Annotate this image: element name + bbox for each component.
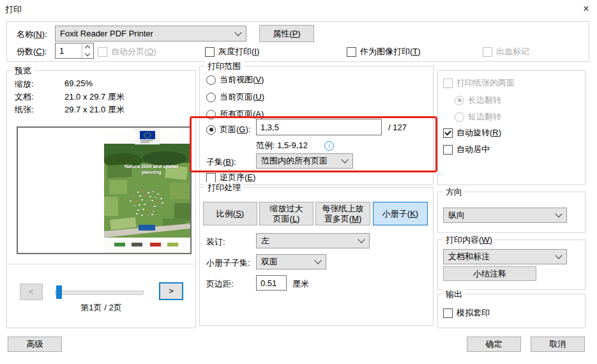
orientation-group: 方向 纵向 (437, 192, 586, 233)
checkbox-icon (443, 128, 453, 138)
binding-label: 装订: (206, 236, 225, 248)
short-edge-radio[interactable]: 短边翻转 (455, 111, 501, 123)
print-content-select[interactable]: 文档和标注 (443, 249, 567, 264)
chevron-down-icon (358, 236, 365, 243)
checkbox-icon (205, 47, 215, 57)
ok-button[interactable]: 确定 (467, 337, 521, 352)
radio-icon (455, 96, 464, 105)
scale-mode-button[interactable]: 比例(S) (203, 202, 257, 225)
subset-select[interactable]: 范围内的所有页面 (256, 153, 353, 169)
orientation-group-label: 方向 (443, 186, 465, 198)
paper-row: 纸张: (15, 104, 34, 116)
chevron-down-icon (234, 29, 241, 36)
checkbox-icon (443, 79, 453, 88)
page-slider-track[interactable] (55, 291, 144, 295)
pages-example-row: 范例: 1,5-9,12 i (256, 140, 334, 151)
booklet-subset-label: 小册子子集: (206, 257, 250, 269)
collate-checkbox[interactable]: 自动分页(O) (98, 46, 156, 57)
properties-button[interactable]: 属性(P) (259, 25, 314, 42)
chevron-down-icon (314, 257, 321, 264)
printer-name-select[interactable]: Foxit Reader PDF Printer (55, 26, 246, 42)
multiple-pages-button[interactable]: 每张纸上放 置多页(M) (315, 202, 370, 225)
preview-group-label: 预览 (12, 65, 34, 77)
simulate-overprint-checkbox[interactable]: 模拟套印 (443, 307, 490, 319)
print-handling-group: 打印处理 比例(S) 缩放过大 页面(L) 每张纸上放 置多页(M) 小册子(K… (199, 187, 434, 326)
chevron-down-icon (341, 156, 348, 163)
binding-label-row: 装订: (206, 236, 225, 248)
document-label: 文档: (15, 91, 34, 103)
margin-unit: 厘米 (292, 278, 309, 290)
summarize-comments-button[interactable]: 小结注释 (443, 266, 536, 281)
preview-page: Natura 2000 and spatial planning (17, 126, 192, 254)
pages-total: / 127 (388, 123, 407, 132)
auto-rotate-checkbox[interactable]: 自动旋转(R) (443, 127, 501, 139)
stepper-down-icon[interactable] (82, 51, 93, 59)
print-dialog: { "window": { "title": "打印", "close_icon… (0, 0, 597, 364)
next-page-button[interactable]: > (159, 282, 183, 300)
page-slider-handle[interactable] (56, 285, 62, 299)
info-icon[interactable]: i (324, 141, 334, 151)
output-group: 输出 模拟套印 (437, 294, 586, 328)
output-group-label: 输出 (443, 289, 465, 300)
checkbox-icon (443, 308, 453, 318)
pages-example-text: 范例: 1,5-9,12 (256, 140, 308, 151)
print-handling-group-label: 打印处理 (205, 182, 243, 193)
duplex-group: 打印纸张的两面 长边翻转 短边翻转 自动旋转(R) 自动居中 (437, 70, 586, 185)
print-content-group: 打印内容(W) 文档和标注 小结注释 (437, 239, 586, 290)
radio-icon (206, 75, 216, 85)
cover-title-text: Natura 2000 and spatial planning (122, 163, 181, 175)
checkbox-icon (443, 145, 453, 155)
paper-label: 纸张: (15, 104, 34, 116)
long-edge-radio[interactable]: 长边翻转 (455, 95, 501, 106)
previous-page-button[interactable]: < (20, 284, 43, 300)
shrink-oversized-button[interactable]: 缩放过大 页面(L) (259, 202, 314, 225)
document-value: 21.0 x 29.7 厘米 (64, 91, 125, 103)
copies-value: 1 (56, 43, 82, 58)
chevron-down-icon (555, 252, 562, 259)
print-content-group-label: 打印内容(W) (443, 234, 495, 246)
bleed-marks-checkbox[interactable]: 出血标记 (483, 46, 529, 57)
zoom-row: 缩放: (15, 79, 34, 90)
orientation-select[interactable]: 纵向 (443, 208, 567, 223)
zoom-label: 缩放: (15, 79, 34, 90)
radio-icon (206, 125, 216, 135)
advanced-button[interactable]: 高级 (8, 337, 62, 352)
radio-current-page[interactable]: 当前页面(U) (206, 91, 264, 103)
both-sides-checkbox[interactable]: 打印纸张的两面 (443, 77, 515, 89)
radio-icon (206, 110, 216, 119)
margin-label: 页边距: (206, 278, 234, 290)
radio-current-view[interactable]: 当前视图(V) (206, 74, 264, 86)
chevron-down-icon (555, 210, 562, 217)
zoom-value: 69.25% (64, 79, 93, 88)
preview-separator (7, 264, 195, 264)
checkbox-icon (483, 47, 492, 57)
cancel-button[interactable]: 取消 (531, 337, 585, 352)
radio-all-pages[interactable]: 所有页面(A) (206, 109, 264, 120)
copies-label: 份数(C): (17, 46, 47, 57)
subset-label-row: 子集(B): (206, 156, 236, 168)
stepper-up-icon[interactable] (82, 43, 93, 51)
booklet-mode-button[interactable]: 小册子(K) (373, 202, 428, 225)
print-as-image-checkbox[interactable]: 作为图像打印(T) (347, 46, 421, 57)
printer-group: 名称(N): Foxit Reader PDF Printer 属性(P) 份数… (6, 21, 589, 62)
binding-select[interactable]: 左 (256, 233, 370, 248)
auto-center-checkbox[interactable]: 自动居中 (443, 144, 490, 155)
subset-label: 子集(B): (206, 156, 236, 168)
booklet-subset-select[interactable]: 双面 (256, 254, 326, 269)
checkbox-icon (98, 47, 107, 57)
printer-name-label: 名称(N): (17, 29, 47, 40)
grayscale-checkbox[interactable]: 灰度打印(I) (205, 46, 259, 57)
radio-pages[interactable]: 页面(G): (206, 124, 250, 135)
radio-icon (455, 112, 464, 122)
page-indicator: 第1页 / 2页 (33, 302, 170, 314)
preview-cover-image: Natura 2000 and spatial planning (104, 128, 190, 253)
copies-stepper[interactable]: 1 (55, 43, 94, 59)
print-range-group: 打印范围 当前视图(V) 当前页面(U) 所有页面(A) 页面(G): 1,3,… (199, 66, 434, 185)
margin-input[interactable]: 0.51 (256, 275, 287, 291)
print-range-group-label: 打印范围 (205, 61, 243, 72)
pages-input[interactable]: 1,3,5 (256, 119, 382, 135)
printer-name-value: Foxit Reader PDF Printer (60, 29, 153, 38)
close-icon[interactable]: × (583, 3, 589, 15)
margin-label-row: 页边距: (206, 278, 234, 290)
checkbox-icon (347, 47, 356, 57)
